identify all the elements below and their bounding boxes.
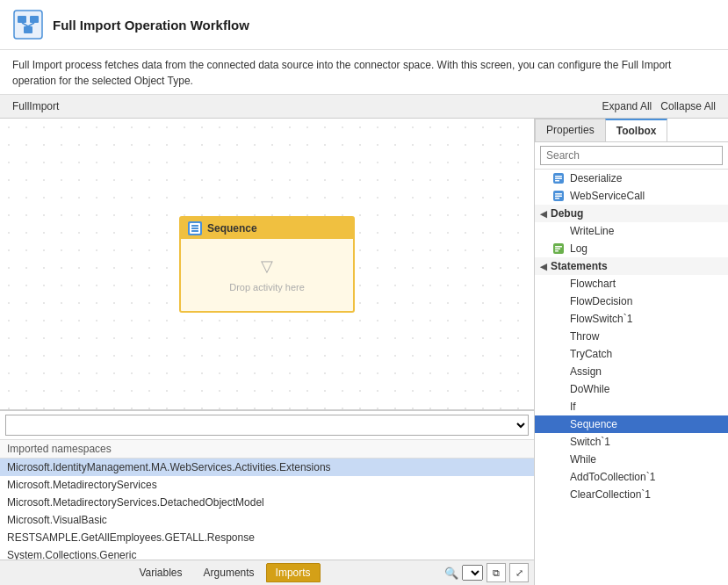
svg-rect-8 <box>191 228 198 229</box>
namespace-header: Imported namespaces <box>0 440 534 459</box>
collapse-all-button[interactable]: Collapse All <box>660 100 716 112</box>
svg-rect-12 <box>555 178 562 180</box>
category-label: Statements <box>551 260 608 272</box>
content-area: Sequence ▽ Drop activity here Imported n… <box>0 119 728 585</box>
toolbox-item[interactable]: Sequence <box>535 415 728 433</box>
svg-rect-17 <box>555 198 559 199</box>
toolbox-item[interactable]: DoWhile <box>535 380 728 398</box>
search-icon: 🔍 <box>444 567 458 580</box>
namespace-dropdown[interactable] <box>5 415 529 436</box>
breadcrumb: FullImport <box>12 100 602 112</box>
toolbox-item-label: TryCatch <box>570 348 612 360</box>
canvas-area[interactable]: Sequence ▽ Drop activity here <box>0 119 534 409</box>
toolbox-tab-header: PropertiesToolbox <box>535 119 728 142</box>
toolbox-item[interactable]: TryCatch <box>535 345 728 363</box>
toolbox-item-label: Flowchart <box>570 278 616 290</box>
bottom-tab-bar: VariablesArgumentsImports 🔍 ⧉ ⤢ <box>0 560 534 585</box>
namespace-item[interactable]: Microsoft.MetadirectoryServices.Detached… <box>0 494 534 511</box>
toolbox-item[interactable]: WriteLine <box>535 222 728 240</box>
namespace-item[interactable]: Microsoft.MetadirectoryServices <box>0 476 534 494</box>
sequence-block[interactable]: Sequence ▽ Drop activity here <box>179 216 355 313</box>
tab-toolbox[interactable]: Toolbox <box>605 119 668 141</box>
toolbox-item[interactable]: Switch`1 <box>535 433 728 451</box>
svg-rect-2 <box>30 16 39 23</box>
namespace-item[interactable]: Microsoft.VisualBasic <box>0 511 534 529</box>
toolbar-row: FullImport Expand All Collapse All <box>0 95 728 119</box>
namespace-item[interactable]: RESTSAMPLE.GetAllEmployees.GETALL.Respon… <box>0 529 534 546</box>
toolbox-item[interactable]: Deserialize <box>535 170 728 187</box>
bottom-tab-arguments[interactable]: Arguments <box>194 563 264 582</box>
main-container: Full Import Operation Workflow Full Impo… <box>0 0 728 585</box>
toolbox-item-label: WebServiceCall <box>570 190 645 202</box>
svg-rect-15 <box>555 193 562 195</box>
expand-arrow-icon: ◀ <box>540 262 547 271</box>
sequence-body: ▽ Drop activity here <box>181 239 353 311</box>
toolbox-item[interactable]: ClearCollection`1 <box>535 486 728 503</box>
search-box <box>535 142 728 170</box>
toolbox-category[interactable]: ◀ Statements <box>535 257 728 275</box>
log-icon <box>552 242 565 255</box>
drop-arrow-icon: ▽ <box>258 257 276 275</box>
copy-icon-btn[interactable]: ⧉ <box>487 563 506 582</box>
svg-rect-11 <box>555 176 562 177</box>
toolbox-item[interactable]: Assign <box>535 363 728 380</box>
description: Full Import process fetches data from th… <box>0 50 728 95</box>
svg-rect-13 <box>555 180 559 182</box>
description-text: Full Import process fetches data from th… <box>12 59 671 87</box>
toolbox-item[interactable]: While <box>535 451 728 468</box>
toolbox-item-label: WriteLine <box>570 225 614 237</box>
bottom-tab-imports[interactable]: Imports <box>266 563 321 582</box>
tab-properties[interactable]: Properties <box>535 119 606 141</box>
toolbox-item-label: Throw <box>570 330 599 343</box>
toolbox-item-label: While <box>570 453 596 466</box>
toolbox-item[interactable]: FlowDecision <box>535 292 728 310</box>
svg-rect-3 <box>24 26 32 33</box>
toolbox-item-label: Log <box>570 242 587 255</box>
svg-rect-1 <box>18 16 26 23</box>
namespace-item[interactable]: Microsoft.IdentityManagement.MA.WebServi… <box>0 459 534 476</box>
category-label: Debug <box>551 207 583 220</box>
toolbox-item-label: Assign <box>570 365 602 378</box>
workflow-icon <box>12 9 44 40</box>
bottom-tab-variables[interactable]: Variables <box>129 563 191 582</box>
toolbox-item-label: FlowDecision <box>570 295 632 307</box>
toolbox-item[interactable]: AddToCollection`1 <box>535 468 728 486</box>
namespace-list[interactable]: Microsoft.IdentityManagement.MA.WebServi… <box>0 459 534 560</box>
toolbox-item-label: If <box>570 401 576 413</box>
toolbox-item[interactable]: Throw <box>535 328 728 345</box>
toolbox-item-label: FlowSwitch`1 <box>570 313 632 325</box>
bottom-panel: Imported namespaces Microsoft.IdentityMa… <box>0 409 534 585</box>
namespace-item[interactable]: System.Collections.Generic <box>0 546 534 560</box>
toolbox-item[interactable]: If <box>535 398 728 415</box>
expand-all-button[interactable]: Expand All <box>602 100 652 112</box>
expand-arrow-icon: ◀ <box>540 209 547 219</box>
dropdown-row <box>0 411 534 440</box>
svg-rect-21 <box>555 250 559 252</box>
toolbox-item-label: Sequence <box>570 418 617 430</box>
toolbox-item[interactable]: WebServiceCall <box>535 187 728 205</box>
sequence-header: Sequence <box>181 218 353 239</box>
page-title: Full Import Operation Workflow <box>53 18 249 32</box>
drop-text: Drop activity here <box>229 282 305 292</box>
toolbox-item-label: AddToCollection`1 <box>570 471 655 483</box>
toolbar-actions: Expand All Collapse All <box>602 100 716 112</box>
toolbox-item[interactable]: Flowchart <box>535 275 728 292</box>
bottom-dropdown-select[interactable] <box>462 565 483 581</box>
toolbox-item[interactable]: FlowSwitch`1 <box>535 310 728 328</box>
toolbox-item-label: Deserialize <box>570 172 622 184</box>
toolbox-category[interactable]: ◀ Debug <box>535 205 728 222</box>
header: Full Import Operation Workflow <box>0 0 728 50</box>
expand-icon-btn[interactable]: ⤢ <box>509 563 529 582</box>
sequence-icon <box>188 221 202 235</box>
svg-rect-7 <box>191 225 198 227</box>
search-input[interactable] <box>540 146 723 165</box>
toolbox-panel: PropertiesToolbox DeserializeWebServiceC… <box>535 119 728 585</box>
svg-rect-9 <box>191 230 198 232</box>
toolbox-item-label: Switch`1 <box>570 436 610 448</box>
activity-icon <box>552 190 565 202</box>
svg-rect-19 <box>555 246 562 248</box>
bottom-right-icons: 🔍 ⧉ ⤢ <box>444 563 529 582</box>
toolbox-item[interactable]: Log <box>535 240 728 257</box>
canvas-panel: Sequence ▽ Drop activity here Imported n… <box>0 119 535 585</box>
toolbox-item-label: DoWhile <box>570 383 609 395</box>
